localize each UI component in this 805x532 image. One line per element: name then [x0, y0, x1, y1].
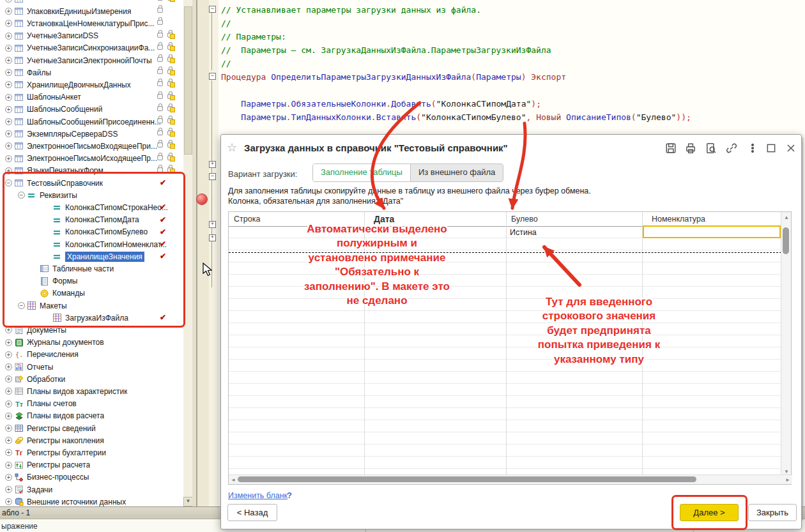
column-header-data[interactable]: Дата: [374, 214, 394, 224]
expand-icon[interactable]: +: [5, 425, 12, 432]
tree-item[interactable]: +УчетныеЗаписиСинхронизацииФа...: [0, 42, 184, 54]
tree-item[interactable]: +Отчеты: [0, 361, 184, 373]
tree-item[interactable]: +Регистры расчета: [0, 459, 184, 471]
collapse-icon[interactable]: −: [18, 192, 25, 199]
fold-toggle-icon[interactable]: +: [209, 234, 216, 241]
expand-icon[interactable]: +: [5, 106, 12, 113]
table-vscroll-thumb[interactable]: [783, 227, 789, 254]
expand-icon[interactable]: +: [5, 118, 12, 125]
expand-icon[interactable]: +: [5, 486, 12, 493]
editor-breakpoint-margin[interactable]: [197, 0, 209, 506]
expand-icon[interactable]: +: [5, 130, 12, 137]
print-button[interactable]: [685, 142, 698, 155]
table-horizontal-scrollbar[interactable]: ◄ ►: [229, 475, 792, 484]
tree-item[interactable]: КолонкаСТипомДата✔: [0, 214, 184, 226]
tree-item[interactable]: ХранилищеЗначения✔: [0, 250, 184, 262]
tree-item[interactable]: +УчетныеЗаписиDSS: [0, 30, 184, 42]
tree-item[interactable]: КолонкаСТипомНоменклат...✔: [0, 238, 184, 250]
tree-item[interactable]: +ШаблоныАнкет: [0, 91, 184, 103]
tree-item[interactable]: +Внешние источники данных: [0, 496, 184, 506]
tree-item[interactable]: +Обработки: [0, 373, 184, 385]
expand-icon[interactable]: +: [5, 437, 12, 444]
tree-item[interactable]: +Планы видов расчета: [0, 410, 184, 422]
preview-button[interactable]: [705, 142, 718, 155]
tree-item[interactable]: −Макеты: [0, 300, 184, 312]
tree-vertical-scrollbar[interactable]: ▼: [183, 0, 193, 506]
active-cell[interactable]: [643, 225, 781, 238]
expand-icon[interactable]: +: [5, 449, 12, 456]
tree-item[interactable]: КолонкаСТипомБулево✔: [0, 226, 184, 238]
tree-item[interactable]: +Задачи: [0, 483, 184, 496]
tree-item[interactable]: +{..}Перечисления: [0, 349, 184, 361]
close-button[interactable]: Закрыть: [748, 504, 797, 521]
back-button[interactable]: < Назад: [227, 504, 277, 521]
expand-icon[interactable]: +: [5, 351, 12, 358]
column-header-nomenklatura[interactable]: Номенклатура: [652, 215, 705, 224]
tree-item[interactable]: +ЭлектронноеПисьмоВходящееПри...: [0, 140, 184, 152]
tree-item[interactable]: +: [0, 0, 184, 5]
expand-icon[interactable]: +: [5, 413, 12, 420]
tree-item[interactable]: Табличные части: [0, 262, 184, 275]
collapse-icon[interactable]: −: [5, 179, 12, 186]
expand-icon[interactable]: +: [5, 400, 12, 407]
tree-item[interactable]: +ТтПланы счетов: [0, 398, 184, 410]
tree-scrollbar-thumb[interactable]: [184, 6, 192, 155]
tree-item[interactable]: +УчетныеЗаписиЭлектроннойПочты: [0, 54, 184, 66]
tree-item[interactable]: +УпаковкиЕдиницыИзмерения: [0, 5, 184, 17]
expand-icon[interactable]: +: [5, 498, 12, 505]
tree-item[interactable]: +Журналы документов: [0, 337, 184, 349]
tree-item[interactable]: ЗагрузкаИзФайла✔: [0, 312, 184, 324]
next-button[interactable]: Далее >: [680, 504, 739, 521]
tree-item[interactable]: −Реквизиты: [0, 189, 184, 201]
tree-item[interactable]: +ЭлектронноеПисьмоИсходящееПр...: [0, 153, 184, 165]
tree-item[interactable]: +ХранилищеДвоичныхДанных: [0, 79, 184, 91]
tree-item[interactable]: +ЭкземплярыСервераDSS: [0, 128, 184, 140]
table-body[interactable]: Истина: [229, 226, 782, 476]
tree-item[interactable]: КолонкаСТипомСтрокаНео...✔: [0, 201, 184, 213]
expand-icon[interactable]: +: [5, 474, 12, 481]
tab-from-external-file[interactable]: Из внешнего файла: [411, 164, 503, 181]
tree-item[interactable]: Формы: [0, 275, 184, 287]
column-header-stroka[interactable]: Строка: [234, 215, 260, 224]
fold-toggle-icon[interactable]: +: [209, 221, 216, 228]
fold-toggle-icon[interactable]: +: [209, 161, 216, 168]
maximize-button[interactable]: [765, 142, 778, 155]
expand-icon[interactable]: +: [5, 69, 12, 76]
expand-icon[interactable]: +: [5, 20, 12, 27]
data-table[interactable]: Строка Дата Булево Номенклатура Истина ▲: [228, 211, 792, 485]
expand-icon[interactable]: +: [5, 388, 12, 395]
expand-icon[interactable]: +: [5, 45, 12, 52]
table-hscroll-thumb[interactable]: [238, 476, 696, 482]
expand-icon[interactable]: +: [5, 326, 12, 333]
fold-toggle-icon[interactable]: −: [209, 73, 216, 80]
save-button[interactable]: [665, 142, 678, 155]
tree-item[interactable]: +ТгРегистры бухгалтерии: [0, 446, 184, 459]
tree-item[interactable]: +Планы видов характеристик: [0, 385, 184, 397]
edit-blank-link[interactable]: Изменить бланк: [228, 491, 288, 500]
fold-toggle-icon[interactable]: −: [209, 173, 216, 180]
expand-icon[interactable]: +: [5, 33, 12, 40]
expand-icon[interactable]: +: [5, 94, 12, 101]
expand-icon[interactable]: +: [5, 81, 12, 88]
get-link-button[interactable]: [726, 142, 739, 155]
more-menu-button[interactable]: [747, 142, 760, 155]
tree-item[interactable]: +Бизнес-процессы: [0, 471, 184, 483]
expand-icon[interactable]: +: [5, 462, 12, 469]
collapse-icon[interactable]: −: [18, 302, 25, 309]
tree-item[interactable]: +ЯзыкиПечатныхФорм: [0, 165, 184, 177]
panel-splitter[interactable]: [192, 0, 197, 506]
expand-icon[interactable]: +: [5, 155, 12, 162]
close-window-button[interactable]: [785, 142, 798, 155]
tab-fill-table[interactable]: Заполнение таблицы: [313, 164, 411, 181]
scroll-left-icon[interactable]: ◄: [231, 477, 236, 483]
expand-icon[interactable]: +: [5, 0, 12, 3]
tree-item[interactable]: +УстановкаЦенНоменклатурыПрис...: [0, 17, 184, 29]
breakpoint-marker[interactable]: [196, 194, 208, 205]
expand-icon[interactable]: +: [5, 376, 12, 383]
expand-icon[interactable]: +: [5, 142, 12, 149]
tree-scroll-down-button[interactable]: ▼: [183, 497, 193, 506]
tree-item[interactable]: −ТестовыйСправочник✔: [0, 177, 184, 189]
tree-item[interactable]: Команды: [0, 287, 184, 300]
table-vertical-scrollbar[interactable]: ▲ ▼: [781, 212, 791, 476]
scroll-down-icon[interactable]: ▼: [784, 469, 789, 475]
